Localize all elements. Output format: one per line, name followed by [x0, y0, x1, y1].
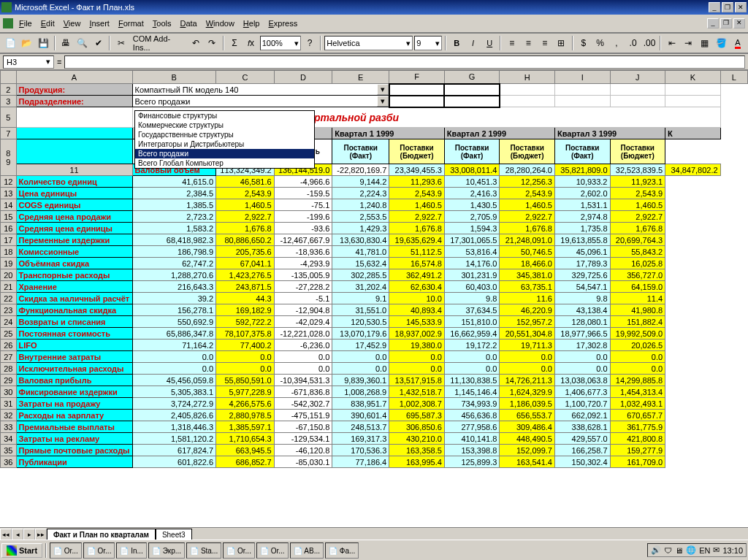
antivirus-icon[interactable]: 🛡	[664, 546, 672, 555]
menu-format[interactable]: Format	[114, 18, 148, 29]
data-cell[interactable]: 15,632.4	[332, 258, 389, 269]
col-header[interactable]: H	[500, 71, 555, 84]
data-cell[interactable]: 1,676.8	[500, 223, 555, 234]
data-cell[interactable]: -93.6	[274, 223, 332, 234]
row-header[interactable]: 14	[1, 199, 17, 211]
data-cell[interactable]: -6,236.0	[274, 340, 332, 351]
row-header[interactable]: 7	[1, 128, 17, 139]
data-cell[interactable]: 0.0	[332, 351, 389, 363]
data-cell[interactable]: 163,358.5	[389, 445, 445, 456]
data-cell[interactable]: 153,398.8	[444, 445, 500, 456]
data-cell[interactable]: 19,635,629.4	[389, 234, 445, 246]
data-cell[interactable]: 55,850,591.0	[216, 375, 275, 386]
taskbar-item[interactable]: 📄 Фа...	[325, 542, 359, 559]
data-cell[interactable]: 19,380.0	[389, 340, 445, 351]
taskbar-item[interactable]: 📄 АВ...	[290, 542, 324, 559]
row-header[interactable]: 2	[1, 84, 17, 96]
taskbar-item[interactable]: 📄 Or...	[50, 542, 82, 559]
data-cell[interactable]: 20,699,764.3	[610, 234, 665, 246]
row-header[interactable]: 15	[1, 211, 17, 223]
cell[interactable]	[610, 96, 665, 107]
data-cell[interactable]: 18,937,002.9	[389, 328, 445, 340]
data-cell[interactable]: 1,454,313.4	[610, 386, 665, 398]
data-cell[interactable]: 2,922.7	[389, 211, 445, 223]
data-cell[interactable]: 145,533.9	[389, 316, 445, 328]
data-cell[interactable]: 33,008,011.4	[444, 164, 500, 176]
data-cell[interactable]: -475,151.9	[274, 410, 332, 421]
data-cell[interactable]: 456,636.8	[444, 410, 500, 421]
row-header[interactable]: 19	[1, 258, 17, 269]
data-cell[interactable]: 67,041.1	[216, 258, 275, 269]
data-cell[interactable]: 0.0	[389, 363, 445, 375]
col-header[interactable]: K	[665, 71, 721, 84]
data-cell[interactable]: 1,385.5	[132, 199, 216, 211]
data-cell[interactable]: 170,536.3	[332, 445, 389, 456]
cell[interactable]	[444, 84, 500, 96]
data-cell[interactable]: 17,302.8	[554, 340, 610, 351]
data-cell[interactable]: 16,025.8	[610, 258, 665, 269]
preview-button[interactable]: 🔍	[75, 35, 90, 51]
data-cell[interactable]: -129,534.1	[274, 433, 332, 445]
data-cell[interactable]: 2,922.7	[500, 211, 555, 223]
data-cell[interactable]: 2,705.9	[444, 211, 500, 223]
data-cell[interactable]: 1,186,039.5	[500, 398, 555, 410]
data-cell[interactable]: 1,710,654.3	[216, 433, 275, 445]
data-cell[interactable]: 0.0	[500, 351, 555, 363]
data-cell[interactable]: 1,145,146.4	[444, 386, 500, 398]
data-cell[interactable]: 125,899.3	[444, 456, 500, 468]
open-button[interactable]: 📂	[20, 35, 35, 51]
menu-help[interactable]: Help	[239, 18, 264, 29]
currency-button[interactable]: $	[576, 35, 592, 51]
bold-button[interactable]: B	[449, 35, 465, 51]
data-cell[interactable]: 1,583.2	[132, 223, 216, 234]
data-cell[interactable]: 5,305,383.1	[132, 386, 216, 398]
menu-express[interactable]: Express	[264, 18, 302, 29]
data-cell[interactable]: -4,966.6	[274, 176, 332, 188]
row-header[interactable]: 23	[1, 304, 17, 316]
data-cell[interactable]: 40,893.4	[389, 304, 445, 316]
data-cell[interactable]: 1,735.8	[554, 223, 610, 234]
row-header[interactable]: 35	[1, 445, 17, 456]
data-cell[interactable]: -135,005.9	[274, 269, 332, 281]
data-cell[interactable]: 329,725.6	[554, 269, 610, 281]
data-cell[interactable]: 156,278.1	[132, 304, 216, 316]
col-header[interactable]: C	[216, 71, 275, 84]
data-cell[interactable]: 13,630,830.4	[332, 234, 389, 246]
inc-indent-button[interactable]: ⇥	[681, 35, 696, 51]
tab-prev-button[interactable]: ◂	[12, 529, 23, 540]
data-cell[interactable]: 39.2	[132, 293, 216, 304]
data-cell[interactable]: 13,517,915.8	[389, 375, 445, 386]
data-cell[interactable]: 1,008,268.9	[332, 386, 389, 398]
data-cell[interactable]: 4,266,575.6	[216, 398, 275, 410]
row-header[interactable]: 28	[1, 363, 17, 375]
data-cell[interactable]: 14,726,211.3	[500, 375, 555, 386]
cell[interactable]	[554, 84, 610, 96]
dec-decimal-button[interactable]: .00	[642, 35, 657, 51]
row-header[interactable]: 18	[1, 246, 17, 258]
data-cell[interactable]: 77,186.4	[332, 456, 389, 468]
data-cell[interactable]: 13,070,179.6	[332, 328, 389, 340]
dropdown-option[interactable]: Финансовые структуры	[135, 111, 314, 120]
doc-minimize-button[interactable]: _	[707, 18, 719, 28]
data-cell[interactable]: 2,543.9	[500, 188, 555, 199]
data-cell[interactable]: 734,993.9	[444, 398, 500, 410]
font-combo[interactable]: Helvetica▾	[324, 36, 413, 50]
data-cell[interactable]: 163,995.4	[389, 456, 445, 468]
data-cell[interactable]: 32,523,839.5	[610, 164, 665, 176]
data-cell[interactable]: 17,789.3	[554, 258, 610, 269]
name-box[interactable]: H3▾	[3, 55, 54, 69]
data-cell[interactable]: -12,467,667.9	[274, 234, 332, 246]
data-cell[interactable]: 0.0	[444, 351, 500, 363]
data-cell[interactable]: 43,138.4	[554, 304, 610, 316]
spelling-button[interactable]: ✔	[91, 35, 107, 51]
data-cell[interactable]: 41,781.0	[332, 246, 389, 258]
data-cell[interactable]: 0.0	[610, 351, 665, 363]
row-header[interactable]: 33	[1, 421, 17, 433]
col-header[interactable]: B	[132, 71, 216, 84]
data-cell[interactable]: 10.0	[389, 293, 445, 304]
data-cell[interactable]: 2,416.3	[444, 188, 500, 199]
taskbar-item[interactable]: 📄 Sta...	[186, 542, 221, 559]
data-cell[interactable]: 1,429.3	[332, 223, 389, 234]
doc-restore-button[interactable]: ❐	[720, 18, 732, 28]
data-cell[interactable]: 19,711.3	[500, 340, 555, 351]
